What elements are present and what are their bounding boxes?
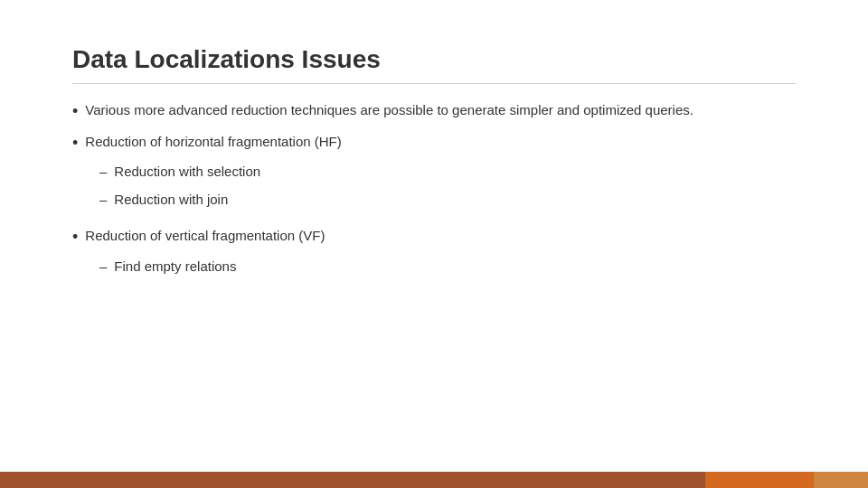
bottom-bar-orange xyxy=(705,472,814,488)
sub-item-empty-relations: – Find empty relations xyxy=(72,257,325,277)
sub-dash-empty: – xyxy=(99,257,107,277)
sub-list-hf: – Reduction with selection – Reduction w… xyxy=(72,162,342,210)
intro-bullet-text: Various more advanced reduction techniqu… xyxy=(85,100,693,121)
bottom-bar-brown xyxy=(0,472,705,488)
main-bullet-list: • Various more advanced reduction techni… xyxy=(72,100,796,284)
sub-dash-selection: – xyxy=(99,162,107,183)
sub-list-vf: – Find empty relations xyxy=(72,257,325,277)
sub-item-selection: – Reduction with selection xyxy=(72,162,342,183)
bullet-text-vf: Reduction of vertical fragmentation (VF) xyxy=(85,226,325,247)
sub-item-join: – Reduction with join xyxy=(72,190,342,211)
intro-bullet-dot: • xyxy=(72,100,78,123)
content-area: Data Localizations Issues • Various more… xyxy=(0,0,868,472)
bullet-dot-hf: • xyxy=(72,132,78,155)
sub-text-empty: Find empty relations xyxy=(114,257,236,277)
sub-text-join: Reduction with join xyxy=(114,190,228,211)
bullet-dot-vf: • xyxy=(72,226,78,249)
bullet-text-hf: Reduction of horizontal fragmentation (H… xyxy=(85,132,341,153)
sub-dash-join: – xyxy=(99,190,107,211)
sub-text-selection: Reduction with selection xyxy=(114,162,260,183)
slide-title: Data Localizations Issues xyxy=(72,45,796,84)
slide-container: Data Localizations Issues • Various more… xyxy=(0,0,868,488)
bullet-item-hf: • Reduction of horizontal fragmentation … xyxy=(72,132,796,217)
bottom-bar xyxy=(0,472,868,488)
bullet-item-vf: • Reduction of vertical fragmentation (V… xyxy=(72,226,796,284)
intro-bullet-item: • Various more advanced reduction techni… xyxy=(72,100,796,123)
bottom-bar-yellow xyxy=(814,472,868,488)
